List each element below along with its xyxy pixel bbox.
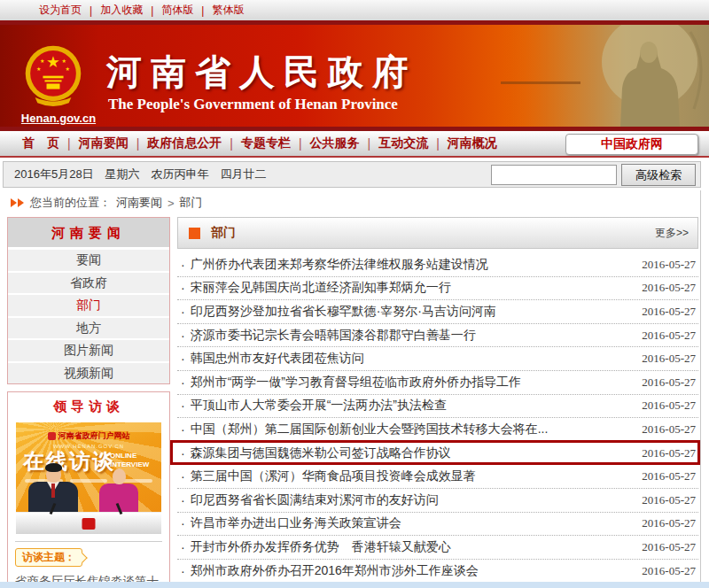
- nav-public-service[interactable]: 公共服务: [310, 135, 360, 151]
- news-list-item: ·许昌市举办进出口业务海关政策宣讲会2016-05-27: [177, 513, 698, 537]
- nav-home[interactable]: 首 页: [22, 135, 59, 151]
- svg-text:★: ★: [40, 58, 45, 64]
- breadcrumb-departments[interactable]: 部门: [180, 195, 203, 211]
- bullet: ·: [181, 329, 185, 343]
- news-date: 2016-05-27: [642, 305, 696, 319]
- bullet: ·: [181, 281, 185, 295]
- bullet: ·: [181, 375, 185, 390]
- china-gov-website-button[interactable]: 中国政府网: [565, 134, 698, 155]
- news-list-item-highlighted: ·森源集团与德国魏德米勒公司签订战略合作协议2016-05-27: [177, 442, 698, 466]
- advanced-search-button[interactable]: 高级检索: [621, 164, 696, 186]
- news-link[interactable]: 宋丽萍会见韩国庆尚北道经济副知事郑炳允一行: [191, 280, 643, 296]
- date-bar: 2016年5月28日 星期六 农历丙申年 四月廿二 高级检索: [3, 161, 701, 188]
- separator: |: [436, 136, 440, 151]
- sidebar-item-photo-news[interactable]: 图片新闻: [8, 340, 169, 363]
- desk-sign: [82, 518, 96, 530]
- news-list-item: ·印尼西努省省长圆满结束对漯河市的友好访问2016-05-27: [177, 489, 698, 513]
- news-date: 2016-05-27: [642, 375, 696, 390]
- site-url[interactable]: Henan.gov.cn: [12, 112, 105, 125]
- site-title-cn: 河南省人民政府: [106, 48, 417, 97]
- sidebar-item-provincial-gov[interactable]: 省政府: [8, 273, 169, 296]
- news-link[interactable]: 印尼西努省省长圆满结束对漯河市的友好访问: [191, 492, 643, 508]
- news-date: 2016-05-27: [642, 493, 696, 507]
- section-header: 部门 更多>>: [177, 217, 698, 249]
- news-link[interactable]: 平顶山市人大常委会开展“一法两办法”执法检查: [191, 398, 643, 414]
- nav-underline: [0, 156, 709, 158]
- national-emblem-icon: ★ ★ ★ ★ ★: [23, 44, 83, 110]
- news-list-item: ·济源市委书记宗长青会晤韩国漆谷郡郡守白善基一行2016-05-27: [177, 324, 698, 348]
- interview-panel-title: 领导访谈: [8, 392, 169, 421]
- news-link[interactable]: 郑州市政府外侨办召开2016年郑州市涉外工作座谈会: [191, 563, 643, 579]
- separator: |: [151, 4, 153, 17]
- news-link[interactable]: 森源集团与德国魏德米勒公司签订战略合作协议: [191, 445, 643, 461]
- section-title: 部门: [211, 225, 236, 241]
- nav-special-topics[interactable]: 专题专栏: [241, 135, 291, 151]
- separator: |: [299, 136, 302, 151]
- news-list-item: ·平顶山市人大常委会开展“一法两办法”执法检查2016-05-27: [177, 395, 698, 419]
- news-link[interactable]: 广州侨办代表团来郑考察华侨法律维权服务站建设情况: [191, 257, 643, 273]
- search-input[interactable]: [491, 165, 617, 185]
- news-link[interactable]: 韩国忠州市友好代表团莅焦访问: [191, 351, 643, 367]
- news-list-item: ·开封市外侨办发挥侨务优势 香港轩辕又献爱心2016-05-27: [177, 536, 698, 560]
- simplified-chinese-link[interactable]: 简体版: [161, 3, 193, 18]
- news-link[interactable]: 许昌市举办进出口业务海关政策宣讲会: [191, 515, 643, 531]
- bullet: ·: [181, 516, 185, 530]
- bullet: ·: [181, 540, 185, 554]
- interview-panel: 领导访谈 河南省政府门户网站 WWW.HENAN.GOV.CN 在线访谈 ONL…: [7, 391, 170, 588]
- news-date: 2016-05-27: [642, 398, 696, 413]
- separator: |: [368, 136, 371, 151]
- news-link[interactable]: 中国（郑州）第二届国际创新创业大会暨跨国技术转移大会将在...: [191, 422, 643, 437]
- news-list-item: ·郑州市政府外侨办召开2016年郑州市涉外工作座谈会2016-05-27: [177, 560, 698, 584]
- separator: >: [168, 197, 175, 210]
- bullet: ·: [181, 422, 185, 437]
- news-date: 2016-05-27: [642, 564, 696, 578]
- online-interview-headline-cn: 在线访谈: [23, 447, 115, 476]
- nav-henan-overview[interactable]: 河南概况: [448, 135, 497, 151]
- sidebar-item-local[interactable]: 地方: [8, 318, 169, 341]
- separator: |: [136, 136, 140, 151]
- news-date: 2016-05-27: [642, 540, 696, 554]
- set-homepage-link[interactable]: 设为首页: [39, 3, 82, 18]
- add-favorite-link[interactable]: 加入收藏: [100, 3, 143, 18]
- news-link[interactable]: 济源市委书记宗长青会晤韩国漆谷郡郡守白善基一行: [191, 328, 643, 344]
- page-right-border: [700, 190, 701, 582]
- page: 设为首页 | 加入收藏 | 简体版 | 繁体版: [0, 0, 709, 588]
- bullet: ·: [181, 564, 185, 578]
- sidebar-item-video-news[interactable]: 视频新闻: [8, 363, 169, 384]
- portal-emblem-icon: [48, 432, 56, 440]
- news-list-item: ·宋丽萍会见韩国庆尚北道经济副知事郑炳允一行2016-05-27: [177, 277, 698, 301]
- sidebar-item-departments[interactable]: 部门: [8, 295, 169, 318]
- bullet: ·: [181, 352, 185, 366]
- news-link[interactable]: 郑州市“两学一做”学习教育督导组莅临市政府外侨办指导工作: [191, 375, 643, 391]
- news-link[interactable]: 印尼西努沙登加拉省省长穆罕默德·宰努尔·马吉访问河南: [191, 304, 643, 320]
- news-date: 2016-05-27: [642, 281, 696, 295]
- news-link[interactable]: 第三届中国（漯河）华商食品项目投资峰会成效显著: [191, 468, 643, 484]
- separator: |: [67, 136, 71, 151]
- news-list-item: ·第三届中国（漯河）华商食品项目投资峰会成效显著2016-05-27: [177, 465, 698, 489]
- news-link[interactable]: 开封市外侨办发挥侨务优势 香港轩辕又献爱心: [191, 539, 643, 555]
- news-list-item: ·广州侨办代表团来郑考察华侨法律维权服务站建设情况2016-05-27: [177, 253, 698, 277]
- news-list-item: ·郑州市“两学一做”学习教育督导组莅临市政府外侨办指导工作2016-05-27: [177, 371, 698, 395]
- nav-gov-info-disclosure[interactable]: 政府信息公开: [147, 135, 222, 151]
- news-date: 2016-05-27: [642, 422, 696, 437]
- news-date: 2016-05-27: [642, 329, 696, 343]
- news-date: 2016-05-27: [642, 258, 696, 272]
- buddha-statue-image: [501, 25, 709, 127]
- nav-interaction[interactable]: 互动交流: [378, 135, 428, 151]
- svg-text:★: ★: [46, 53, 60, 71]
- breadcrumb-henan-news[interactable]: 河南要闻: [116, 195, 162, 211]
- news-date: 2016-05-27: [642, 516, 696, 530]
- traditional-chinese-link[interactable]: 繁体版: [212, 3, 244, 18]
- separator: |: [230, 136, 233, 151]
- sidebar-menu: 河南要闻 要闻 省政府 部门 地方 图片新闻 视频新闻: [7, 217, 170, 384]
- bullet: ·: [181, 446, 185, 460]
- more-link[interactable]: 更多>>: [655, 226, 689, 241]
- news-date: 2016-05-27: [642, 469, 696, 484]
- nav-henan-news[interactable]: 河南要闻: [79, 135, 129, 151]
- bullet: ·: [181, 305, 185, 319]
- interview-photo[interactable]: 河南省政府门户网站 WWW.HENAN.GOV.CN 在线访谈 ONLINE I…: [16, 422, 161, 534]
- site-title-en: The People's Government of Henan Provinc…: [108, 96, 398, 113]
- online-interview-headline-en: ONLINE INTERVIEW: [110, 452, 158, 469]
- news-list-item: ·印尼西努沙登加拉省省长穆罕默德·宰努尔·马吉访问河南2016-05-27: [177, 300, 698, 324]
- sidebar-item-yaowen[interactable]: 要闻: [8, 250, 169, 273]
